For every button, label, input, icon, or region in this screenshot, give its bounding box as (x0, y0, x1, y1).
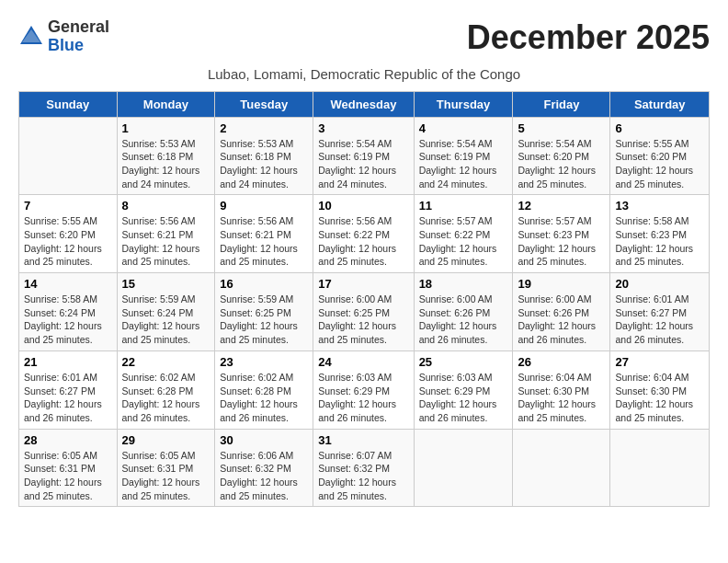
calendar-cell: 1Sunrise: 5:53 AM Sunset: 6:18 PM Daylig… (117, 117, 215, 195)
day-number: 31 (318, 433, 408, 447)
day-info: Sunrise: 5:56 AM Sunset: 6:21 PM Dayligh… (220, 214, 308, 269)
calendar-cell: 11Sunrise: 5:57 AM Sunset: 6:22 PM Dayli… (414, 195, 513, 273)
day-number: 6 (615, 121, 704, 135)
day-number: 5 (518, 121, 605, 135)
day-info: Sunrise: 6:02 AM Sunset: 6:28 PM Dayligh… (122, 371, 210, 425)
month-title-section: December 2025 (467, 18, 710, 57)
subtitle: Lubao, Lomami, Democratic Republic of th… (18, 66, 710, 82)
day-number: 16 (220, 277, 308, 291)
calendar-cell: 21Sunrise: 6:01 AM Sunset: 6:27 PM Dayli… (19, 350, 118, 429)
day-info: Sunrise: 5:55 AM Sunset: 6:20 PM Dayligh… (24, 214, 112, 269)
day-info: Sunrise: 5:57 AM Sunset: 6:23 PM Dayligh… (518, 214, 605, 269)
weekday-header-friday: Friday (513, 91, 610, 117)
day-number: 23 (220, 355, 308, 369)
weekday-header-sunday: Sunday (19, 91, 118, 117)
day-number: 20 (615, 277, 704, 291)
day-number: 4 (419, 121, 508, 135)
day-info: Sunrise: 5:53 AM Sunset: 6:18 PM Dayligh… (220, 137, 308, 191)
day-info: Sunrise: 6:00 AM Sunset: 6:25 PM Dayligh… (318, 293, 408, 347)
day-number: 27 (615, 355, 704, 369)
calendar-cell: 31Sunrise: 6:07 AM Sunset: 6:32 PM Dayli… (313, 429, 414, 507)
calendar-cell: 20Sunrise: 6:01 AM Sunset: 6:27 PM Dayli… (610, 273, 710, 351)
day-number: 9 (220, 199, 308, 213)
calendar-week-1: 1Sunrise: 5:53 AM Sunset: 6:18 PM Daylig… (19, 117, 710, 195)
day-info: Sunrise: 5:56 AM Sunset: 6:22 PM Dayligh… (318, 214, 408, 269)
calendar-cell: 8Sunrise: 5:56 AM Sunset: 6:21 PM Daylig… (117, 195, 215, 273)
day-info: Sunrise: 6:02 AM Sunset: 6:28 PM Dayligh… (220, 371, 308, 425)
logo-general-text: General (48, 18, 109, 37)
day-number: 8 (122, 199, 210, 213)
day-info: Sunrise: 5:56 AM Sunset: 6:21 PM Dayligh… (122, 214, 210, 269)
day-number: 30 (220, 433, 308, 447)
calendar-cell: 9Sunrise: 5:56 AM Sunset: 6:21 PM Daylig… (215, 195, 313, 273)
day-number: 18 (419, 277, 508, 291)
day-number: 15 (122, 277, 210, 291)
day-info: Sunrise: 6:01 AM Sunset: 6:27 PM Dayligh… (615, 293, 704, 347)
day-info: Sunrise: 6:00 AM Sunset: 6:26 PM Dayligh… (419, 293, 508, 347)
day-number: 22 (122, 355, 210, 369)
day-number: 13 (615, 199, 704, 213)
calendar-cell: 22Sunrise: 6:02 AM Sunset: 6:28 PM Dayli… (117, 350, 215, 429)
day-info: Sunrise: 5:54 AM Sunset: 6:20 PM Dayligh… (518, 137, 605, 191)
calendar-table: SundayMondayTuesdayWednesdayThursdayFrid… (18, 91, 710, 508)
calendar-week-5: 28Sunrise: 6:05 AM Sunset: 6:31 PM Dayli… (19, 429, 710, 507)
calendar-cell: 13Sunrise: 5:58 AM Sunset: 6:23 PM Dayli… (610, 195, 710, 273)
calendar-cell: 15Sunrise: 5:59 AM Sunset: 6:24 PM Dayli… (117, 273, 215, 351)
calendar-cell: 26Sunrise: 6:04 AM Sunset: 6:30 PM Dayli… (513, 350, 610, 429)
day-number: 29 (122, 433, 210, 447)
calendar-cell (513, 429, 610, 507)
day-info: Sunrise: 5:54 AM Sunset: 6:19 PM Dayligh… (318, 137, 408, 191)
day-info: Sunrise: 6:01 AM Sunset: 6:27 PM Dayligh… (24, 371, 112, 425)
day-number: 26 (518, 355, 605, 369)
calendar-cell: 16Sunrise: 5:59 AM Sunset: 6:25 PM Dayli… (215, 273, 313, 351)
calendar-cell: 7Sunrise: 5:55 AM Sunset: 6:20 PM Daylig… (19, 195, 118, 273)
calendar-cell: 27Sunrise: 6:04 AM Sunset: 6:30 PM Dayli… (610, 350, 710, 429)
day-number: 14 (24, 277, 112, 291)
calendar-cell: 28Sunrise: 6:05 AM Sunset: 6:31 PM Dayli… (19, 429, 118, 507)
day-info: Sunrise: 6:00 AM Sunset: 6:26 PM Dayligh… (518, 293, 605, 347)
day-number: 3 (318, 121, 408, 135)
calendar-cell: 25Sunrise: 6:03 AM Sunset: 6:29 PM Dayli… (414, 350, 513, 429)
weekday-header-saturday: Saturday (610, 91, 710, 117)
logo-icon (18, 24, 44, 50)
calendar-cell: 4Sunrise: 5:54 AM Sunset: 6:19 PM Daylig… (414, 117, 513, 195)
day-info: Sunrise: 6:04 AM Sunset: 6:30 PM Dayligh… (518, 371, 605, 425)
calendar-cell: 14Sunrise: 5:58 AM Sunset: 6:24 PM Dayli… (19, 273, 118, 351)
calendar-cell (19, 117, 118, 195)
day-info: Sunrise: 6:05 AM Sunset: 6:31 PM Dayligh… (122, 449, 210, 503)
day-info: Sunrise: 5:59 AM Sunset: 6:25 PM Dayligh… (220, 293, 308, 347)
weekday-header-wednesday: Wednesday (313, 91, 414, 117)
day-number: 11 (419, 199, 508, 213)
calendar-cell (610, 429, 710, 507)
day-info: Sunrise: 6:05 AM Sunset: 6:31 PM Dayligh… (24, 449, 112, 503)
day-info: Sunrise: 6:03 AM Sunset: 6:29 PM Dayligh… (318, 371, 408, 425)
day-info: Sunrise: 5:54 AM Sunset: 6:19 PM Dayligh… (419, 137, 508, 191)
day-info: Sunrise: 5:55 AM Sunset: 6:20 PM Dayligh… (615, 137, 704, 191)
calendar-cell: 29Sunrise: 6:05 AM Sunset: 6:31 PM Dayli… (117, 429, 215, 507)
day-info: Sunrise: 5:58 AM Sunset: 6:24 PM Dayligh… (24, 293, 112, 347)
day-number: 21 (24, 355, 112, 369)
calendar-cell: 10Sunrise: 5:56 AM Sunset: 6:22 PM Dayli… (313, 195, 414, 273)
day-info: Sunrise: 5:59 AM Sunset: 6:24 PM Dayligh… (122, 293, 210, 347)
day-info: Sunrise: 6:06 AM Sunset: 6:32 PM Dayligh… (220, 449, 308, 503)
calendar-cell (414, 429, 513, 507)
day-number: 7 (24, 199, 112, 213)
logo: General Blue (18, 18, 109, 55)
calendar-cell: 30Sunrise: 6:06 AM Sunset: 6:32 PM Dayli… (215, 429, 313, 507)
calendar-cell: 3Sunrise: 5:54 AM Sunset: 6:19 PM Daylig… (313, 117, 414, 195)
day-info: Sunrise: 5:58 AM Sunset: 6:23 PM Dayligh… (615, 214, 704, 269)
calendar-week-4: 21Sunrise: 6:01 AM Sunset: 6:27 PM Dayli… (19, 350, 710, 429)
calendar-cell: 5Sunrise: 5:54 AM Sunset: 6:20 PM Daylig… (513, 117, 610, 195)
day-number: 19 (518, 277, 605, 291)
calendar-cell: 24Sunrise: 6:03 AM Sunset: 6:29 PM Dayli… (313, 350, 414, 429)
calendar-cell: 2Sunrise: 5:53 AM Sunset: 6:18 PM Daylig… (215, 117, 313, 195)
calendar-cell: 18Sunrise: 6:00 AM Sunset: 6:26 PM Dayli… (414, 273, 513, 351)
day-info: Sunrise: 6:03 AM Sunset: 6:29 PM Dayligh… (419, 371, 508, 425)
svg-marker-1 (22, 29, 40, 42)
calendar-cell: 17Sunrise: 6:00 AM Sunset: 6:25 PM Dayli… (313, 273, 414, 351)
calendar-week-3: 14Sunrise: 5:58 AM Sunset: 6:24 PM Dayli… (19, 273, 710, 351)
weekday-header-thursday: Thursday (414, 91, 513, 117)
day-number: 28 (24, 433, 112, 447)
day-info: Sunrise: 5:57 AM Sunset: 6:22 PM Dayligh… (419, 214, 508, 269)
weekday-header-monday: Monday (117, 91, 215, 117)
